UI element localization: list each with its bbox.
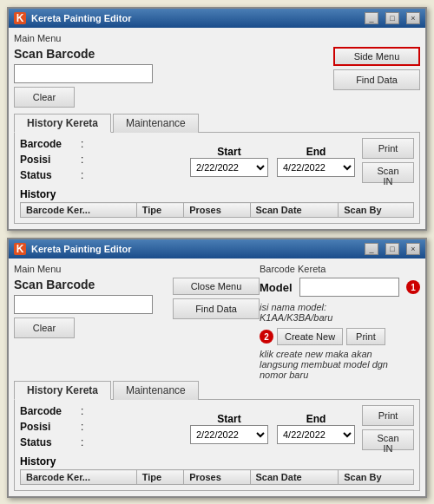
barcode-row-2: Barcode : bbox=[20, 405, 183, 417]
posisi-row-2: Posisi : bbox=[20, 421, 183, 433]
tab-history-kereta-2[interactable]: History Kereta bbox=[14, 381, 111, 400]
scan-in-button-1[interactable]: Scan IN bbox=[362, 162, 414, 183]
scan-barcode-label-2: Scan Barcode bbox=[14, 278, 166, 291]
step-number-1-2: 1 bbox=[406, 280, 420, 294]
start-date-1[interactable]: 2/22/2022 bbox=[190, 158, 268, 177]
scan-barcode-label-1: Scan Barcode bbox=[14, 47, 326, 61]
print-button-sm-2[interactable]: Print bbox=[346, 328, 385, 345]
window-body-2: Main Menu Scan Barcode Clear Close Menu … bbox=[9, 259, 425, 496]
end-label-1: End bbox=[277, 146, 355, 158]
app-icon-1: K bbox=[14, 12, 26, 24]
history-table-1: Barcode Ker... Tipe Proses Scan Date Sca… bbox=[20, 202, 414, 218]
instruction-1b-2: K1AA/K3BA/baru bbox=[260, 312, 332, 323]
instruction-1a-2: isi nama model: bbox=[260, 302, 326, 312]
end-date-1[interactable]: 4/22/2022 bbox=[277, 158, 355, 177]
tabs-bar-1: History Kereta Maintenance bbox=[14, 113, 420, 133]
model-row-2: Model 1 bbox=[260, 278, 420, 297]
window-1: K Kereta Painting Editor _ □ × Main Menu… bbox=[7, 7, 427, 231]
left-panel-2: Scan Barcode Clear bbox=[14, 278, 166, 338]
window-title-1: Kereta Painting Editor bbox=[31, 13, 358, 23]
scan-barcode-input-2[interactable] bbox=[14, 295, 153, 314]
start-date-2[interactable]: 2/22/2022 bbox=[190, 425, 268, 444]
start-label-2: Start bbox=[190, 413, 268, 425]
th-barcode-ker-1: Barcode Ker... bbox=[21, 203, 137, 218]
posisi-row-1: Posisi : bbox=[20, 154, 183, 166]
th-barcode-ker-2: Barcode Ker... bbox=[21, 470, 137, 485]
find-data-button-2[interactable]: Find Data bbox=[173, 298, 260, 319]
action-btns-2: Print Scan IN bbox=[362, 405, 414, 452]
table-header-row-1: Barcode Ker... Tipe Proses Scan Date Sca… bbox=[21, 203, 414, 218]
main-menu-area-1: Scan Barcode Clear Side Menu Find Data bbox=[14, 47, 420, 108]
action-btns-1: Print Scan IN bbox=[362, 138, 414, 185]
th-scan-date-1: Scan Date bbox=[250, 203, 339, 218]
barcode-label-2: Barcode bbox=[20, 405, 81, 417]
tabs-bar-2: History Kereta Maintenance bbox=[14, 380, 420, 400]
th-scan-by-1: Scan By bbox=[339, 203, 414, 218]
tab-maintenance-1[interactable]: Maintenance bbox=[113, 114, 199, 133]
main-menu-area-2: Scan Barcode Clear Close Menu Find Data bbox=[14, 278, 260, 338]
left-combined-2: Main Menu Scan Barcode Clear Close Menu … bbox=[14, 264, 260, 380]
history-section-2: History Barcode Ker... Tipe Proses Scan … bbox=[20, 455, 414, 485]
th-proses-1: Proses bbox=[184, 203, 250, 218]
barcode-label-1: Barcode bbox=[20, 138, 81, 150]
scan-in-button-2[interactable]: Scan IN bbox=[362, 429, 414, 450]
history-table-2: Barcode Ker... Tipe Proses Scan Date Sca… bbox=[20, 469, 414, 485]
barcode-row-1: Barcode : bbox=[20, 138, 183, 150]
window-title-2: Kereta Painting Editor bbox=[31, 244, 358, 254]
close-button-1[interactable]: × bbox=[406, 12, 420, 24]
print-button-1[interactable]: Print bbox=[362, 138, 414, 159]
left-panel-1: Scan Barcode Clear bbox=[14, 47, 326, 108]
th-tipe-2: Tipe bbox=[136, 470, 183, 485]
start-label-1: Start bbox=[190, 146, 268, 158]
minimize-button-1[interactable]: _ bbox=[365, 12, 378, 24]
right-panel-2: Close Menu Find Data bbox=[173, 278, 260, 338]
combined-layout-2: Main Menu Scan Barcode Clear Close Menu … bbox=[14, 264, 420, 380]
tab-content-2: Barcode : Posisi : Status : S bbox=[14, 400, 420, 491]
side-menu-button-1[interactable]: Side Menu bbox=[333, 47, 420, 66]
step-number-2-2: 2 bbox=[260, 330, 273, 344]
find-data-button-1[interactable]: Find Data bbox=[333, 69, 420, 90]
window-body-1: Main Menu Scan Barcode Clear Side Menu F… bbox=[9, 28, 425, 229]
end-label-2: End bbox=[277, 413, 355, 425]
posisi-label-2: Posisi bbox=[20, 421, 81, 433]
barcode-kereta-title-2: Barcode Kereta bbox=[260, 264, 420, 274]
instruction-box-2: isi nama model: K1AA/K3BA/baru bbox=[260, 302, 407, 323]
end-date-2[interactable]: 4/22/2022 bbox=[277, 425, 355, 444]
history-section-1: History Barcode Ker... Tipe Proses Scan … bbox=[20, 188, 414, 218]
print-button-2[interactable]: Print bbox=[362, 405, 414, 426]
th-tipe-1: Tipe bbox=[136, 203, 183, 218]
status-label-1: Status bbox=[20, 169, 81, 181]
table-header-row-2: Barcode Ker... Tipe Proses Scan Date Sca… bbox=[21, 470, 414, 485]
title-bar-2: K Kereta Painting Editor _ □ × bbox=[9, 239, 425, 259]
right-panel-1: Side Menu Find Data bbox=[333, 47, 420, 108]
clear-button-2[interactable]: Clear bbox=[14, 317, 75, 338]
instruction-2-box-2: klik create new maka akan langsung membu… bbox=[260, 349, 407, 380]
clear-button-1[interactable]: Clear bbox=[14, 87, 75, 108]
close-menu-button-2[interactable]: Close Menu bbox=[173, 278, 260, 295]
maximize-button-1[interactable]: □ bbox=[385, 12, 399, 24]
history-label-1: History bbox=[20, 188, 414, 200]
scan-barcode-input-1[interactable] bbox=[14, 64, 153, 83]
close-button-2[interactable]: × bbox=[406, 243, 420, 255]
create-print-row-2: 2 Create New Print bbox=[260, 328, 420, 345]
barcode-kereta-panel-2: Barcode Kereta Model 1 isi nama model: K… bbox=[260, 264, 420, 380]
th-scan-by-2: Scan By bbox=[339, 470, 414, 485]
status-label-2: Status bbox=[20, 436, 81, 448]
instruction-2-2: klik create new maka akan langsung membu… bbox=[260, 349, 388, 380]
app-icon-2: K bbox=[14, 243, 26, 255]
create-new-button-2[interactable]: Create New bbox=[277, 328, 343, 345]
maximize-button-2[interactable]: □ bbox=[385, 243, 399, 255]
minimize-button-2[interactable]: _ bbox=[365, 243, 378, 255]
window-2: K Kereta Painting Editor _ □ × Main Menu… bbox=[7, 238, 427, 498]
main-menu-label-2: Main Menu bbox=[14, 264, 260, 274]
history-label-2: History bbox=[20, 455, 414, 468]
title-bar-1: K Kereta Painting Editor _ □ × bbox=[9, 9, 425, 28]
model-label-2: Model bbox=[260, 281, 293, 294]
th-scan-date-2: Scan Date bbox=[250, 470, 339, 485]
main-menu-label-1: Main Menu bbox=[14, 33, 420, 43]
th-proses-2: Proses bbox=[184, 470, 250, 485]
tab-maintenance-2[interactable]: Maintenance bbox=[113, 381, 199, 400]
posisi-label-1: Posisi bbox=[20, 154, 81, 166]
status-row-1: Status : bbox=[20, 169, 183, 181]
tab-history-kereta-1[interactable]: History Kereta bbox=[14, 114, 111, 133]
